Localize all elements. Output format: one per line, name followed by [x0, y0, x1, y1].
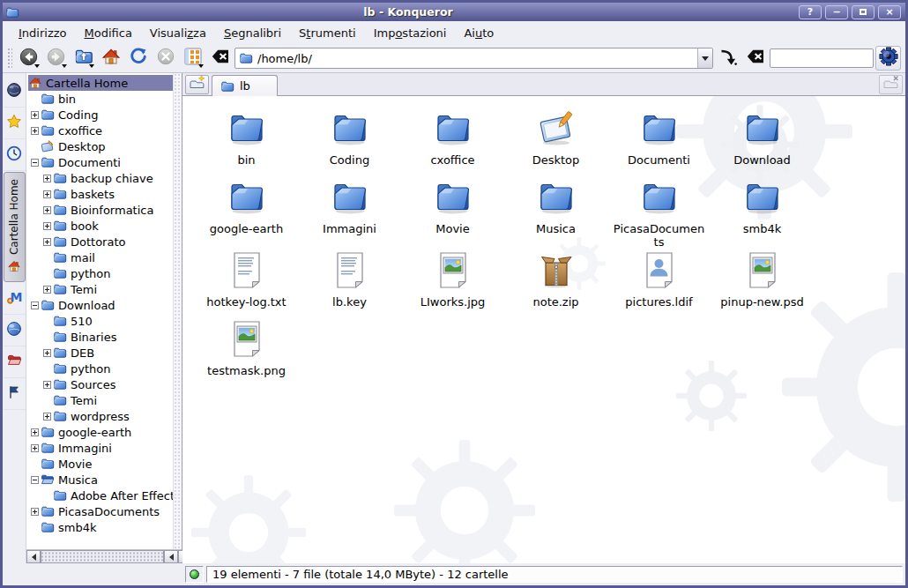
back-button[interactable]	[16, 46, 41, 71]
stop-button[interactable]	[153, 46, 178, 71]
sidebar-tab-network[interactable]	[4, 315, 26, 346]
file-icon-movie[interactable]: Movie	[401, 175, 504, 249]
tree-item-wordpress[interactable]: wordpress	[26, 408, 182, 424]
tree-item-dottorato[interactable]: Dottorato	[26, 234, 182, 249]
close-button[interactable]: ×	[878, 5, 901, 19]
tree-expander-plus-icon[interactable]	[43, 190, 51, 198]
tree-item-python[interactable]: python	[26, 361, 182, 376]
menu-item-indirizzo[interactable]: Indirizzo	[10, 23, 76, 43]
tree-item-binaries[interactable]: Binaries	[26, 329, 182, 345]
scrollbar-thumb[interactable]	[41, 550, 164, 563]
tree-expander-plus-icon[interactable]	[43, 175, 51, 182]
tree-item-python[interactable]: python	[26, 265, 182, 281]
sidebar-tab-bookmarks[interactable]	[4, 108, 26, 139]
tree-expander-plus-icon[interactable]	[43, 206, 51, 214]
tree-expander-plus-icon[interactable]	[31, 444, 39, 452]
tree-item-smb4k[interactable]: smb4k	[26, 519, 182, 535]
tree-vertical-scrollbar[interactable]	[173, 73, 182, 549]
tree-item-temi[interactable]: Temi	[26, 281, 182, 297]
tree-expander-plus-icon[interactable]	[43, 349, 51, 357]
help-button[interactable]: ?	[799, 5, 822, 19]
file-icon-bin[interactable]: bin	[195, 107, 298, 175]
tree-item-immagini[interactable]: Immagini	[26, 440, 182, 456]
menu-item-impostazioni[interactable]: Impostazioni	[365, 23, 456, 43]
maximize-button[interactable]	[852, 5, 875, 19]
tree-item-movie[interactable]: Movie	[26, 456, 182, 472]
file-icon-liworks-jpg[interactable]: LIworks.jpg	[401, 249, 504, 317]
tree-item-temi[interactable]: Temi	[26, 392, 182, 408]
tree-expander-plus-icon[interactable]	[43, 238, 51, 246]
tree-expander-plus-icon[interactable]	[31, 428, 39, 436]
tree-expander-minus-icon[interactable]	[31, 159, 39, 167]
file-icon-pictures-ldif[interactable]: pictures.ldif	[607, 249, 711, 317]
tree-item-picasadocuments[interactable]: PicasaDocuments	[26, 503, 182, 519]
tree-expander-plus-icon[interactable]	[31, 111, 39, 119]
tab-lb[interactable]: lb	[212, 75, 278, 96]
tree-expander-plus-icon[interactable]	[43, 286, 51, 294]
sidebar-tab-root-folder[interactable]	[4, 346, 26, 378]
tree-item-desktop[interactable]: Desktop	[26, 138, 182, 154]
sidebar-tab-history[interactable]	[4, 139, 26, 171]
file-icon-musica[interactable]: Musica	[504, 175, 607, 249]
menu-item-strumenti[interactable]: Strumenti	[290, 23, 365, 43]
new-tab-button[interactable]	[185, 75, 209, 94]
tree-expander-plus-icon[interactable]	[31, 127, 39, 135]
location-input[interactable]: /home/lb/	[257, 52, 693, 65]
tree-item-coding[interactable]: Coding	[26, 107, 182, 123]
tree-item-musica[interactable]: Musica	[26, 472, 182, 488]
tree-item-baskets[interactable]: baskets	[26, 186, 182, 202]
tree-item-mail[interactable]: mail	[26, 249, 182, 265]
tree-item-deb[interactable]: DEB	[26, 345, 182, 361]
file-icon-lb-key[interactable]: lb.key	[298, 249, 401, 317]
tree-expander-plus-icon[interactable]	[43, 413, 51, 421]
icon-view[interactable]: binCodingcxofficeDesktopDocumentiDownloa…	[182, 96, 905, 563]
file-icon-picasadocuments[interactable]: PicasaDocuments	[607, 175, 711, 249]
title-bar[interactable]: lb - Konqueror ? − ×	[3, 3, 905, 21]
dropdown-arrow-icon[interactable]	[34, 64, 40, 68]
close-tab-button[interactable]	[879, 75, 903, 94]
file-icon-documenti[interactable]: Documenti	[607, 107, 711, 175]
sidebar-tab-folder-home[interactable]: Cartella Home	[4, 172, 26, 282]
sidebar-tab-web-browser[interactable]	[4, 76, 26, 108]
file-icon-hotkey-log-txt[interactable]: hotkey-log.txt	[195, 249, 298, 317]
toolbar-grip[interactable]	[7, 48, 12, 69]
tree-item-cartella-home[interactable]: Cartella Home	[26, 75, 182, 91]
tree-expander-plus-icon[interactable]	[43, 381, 51, 389]
reload-button[interactable]	[125, 46, 151, 71]
view-mode-button[interactable]	[180, 46, 205, 71]
file-icon-cxoffice[interactable]: cxoffice	[401, 107, 504, 175]
tree-item-sources[interactable]: Sources	[26, 376, 182, 392]
menu-item-segnalibri[interactable]: Segnalibri	[215, 23, 290, 43]
sidebar-tab-services[interactable]	[4, 378, 26, 410]
tree-item-bioinformatica[interactable]: Bioinformatica	[26, 202, 182, 218]
file-icon-download[interactable]: Download	[711, 107, 814, 175]
go-button[interactable]	[715, 46, 741, 71]
scroll-left-button[interactable]	[26, 550, 41, 563]
tree-item-backup-chiave[interactable]: backup chiave	[26, 170, 182, 186]
forward-button[interactable]	[43, 46, 69, 71]
file-icon-note-zip[interactable]: note.zip	[504, 249, 607, 317]
menu-item-visualizza[interactable]: Visualizza	[141, 23, 215, 43]
clear-search-button[interactable]	[742, 46, 768, 71]
file-icon-smb4k[interactable]: smb4k	[711, 175, 814, 249]
menu-item-modifica[interactable]: Modifica	[76, 23, 141, 43]
tree-item-book[interactable]: book	[26, 218, 182, 234]
minimize-button[interactable]: −	[825, 5, 848, 19]
clear-location-button[interactable]	[207, 46, 233, 71]
dropdown-arrow-icon[interactable]	[62, 64, 67, 68]
tree-expander-plus-icon[interactable]	[31, 508, 39, 516]
file-icon-coding[interactable]: Coding	[298, 107, 401, 175]
dropdown-arrow-icon[interactable]	[89, 64, 94, 68]
tree-item-documenti[interactable]: Documenti	[26, 154, 182, 170]
sidebar-tab-metabar[interactable]: M	[4, 283, 26, 315]
tree-expander-minus-icon[interactable]	[31, 476, 39, 484]
file-icon-desktop[interactable]: Desktop	[504, 107, 607, 175]
scroll-left-button-2[interactable]	[164, 550, 178, 563]
menu-item-aiuto[interactable]: Aiuto	[455, 23, 502, 43]
home-button[interactable]	[98, 46, 123, 71]
tree-item-download[interactable]: Download	[26, 297, 182, 313]
file-icon-immagini[interactable]: Immagini	[298, 175, 401, 249]
dropdown-arrow-icon[interactable]	[198, 64, 204, 68]
search-input[interactable]	[770, 48, 874, 68]
file-icon-testmask-png[interactable]: testmask.png	[195, 317, 298, 386]
